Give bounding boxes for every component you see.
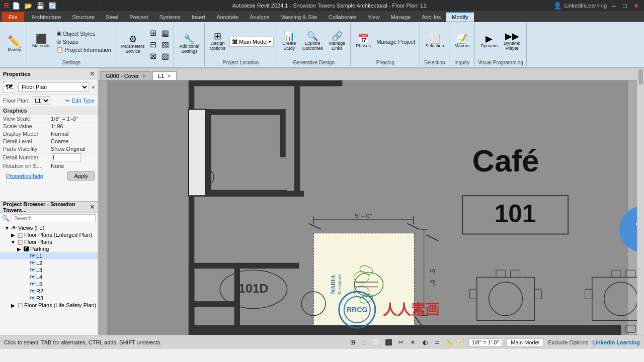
manage-project-btn[interactable]: Manage Project <box>375 38 417 45</box>
param-row1-btn[interactable]: ⊞ <box>148 28 158 38</box>
param2-row3-btn[interactable]: ▨ <box>160 51 171 61</box>
tab-architecture[interactable]: Architecture <box>26 12 67 22</box>
tab-addins[interactable]: Add-Ins <box>416 12 446 22</box>
pb-item-floor-plans[interactable]: ▼ 📋 Floor Plans <box>0 238 98 245</box>
pb-item-l3[interactable]: 🗺 L3 <box>0 266 98 274</box>
param-row2-btn[interactable]: ⊟ <box>148 39 158 50</box>
settings-btn[interactable]: ⚙ <box>96 1 106 11</box>
parameters-btn[interactable]: ⚙ ParametersService <box>119 34 147 55</box>
pb-item-views[interactable]: ▼ 👁 Views (Fe) <box>0 224 98 231</box>
open-btn[interactable]: 📂 <box>23 1 33 11</box>
canvas-tab-g000[interactable]: G000 - Cover ✕ <box>100 71 151 80</box>
floor-plan-select[interactable]: Floor Plan <box>18 82 89 92</box>
pb-item-r2[interactable]: 🗺 R2 <box>0 288 98 295</box>
modify-btn[interactable]: ✏️ Modify <box>6 35 24 54</box>
tab-precast[interactable]: Precast <box>124 12 153 22</box>
project-browser-close-btn[interactable]: ✕ <box>90 204 95 211</box>
pb-item-floor-plans-life[interactable]: ▶ 📋 Floor Plans (Life Safety Plan) <box>0 302 98 309</box>
maximize-btn[interactable]: □ <box>621 2 629 10</box>
project-info-btn[interactable]: 📋 Project Information <box>55 46 113 53</box>
param-row3-btn[interactable]: ⊠ <box>148 51 158 61</box>
new-btn[interactable]: 📄 <box>11 1 21 11</box>
right-scroll-thumb[interactable] <box>638 69 643 84</box>
main-model-btn[interactable]: 🏛 Main Model ▾ <box>229 37 274 47</box>
status-icon-8[interactable]: ⊃ <box>432 338 442 347</box>
explore-outcomes-btn[interactable]: 🔍 ExploreOutcomes <box>300 31 325 52</box>
properties-close-btn[interactable]: ✕ <box>90 70 95 77</box>
pb-item-r3[interactable]: 🗺 R3 <box>0 295 98 302</box>
status-icon-5[interactable]: ✂ <box>396 338 406 347</box>
tab-insert[interactable]: Insert <box>186 12 211 22</box>
tab-annotate[interactable]: Annotate <box>211 12 244 22</box>
materials-btn[interactable]: ⬛ Materials <box>30 33 53 50</box>
status-icon-3[interactable]: ⬜ <box>372 338 382 347</box>
tab-manage[interactable]: Manage <box>385 12 417 22</box>
dynamo-player-btn[interactable]: ▶▶ DynamoPlayer <box>502 31 523 52</box>
macros-btn[interactable]: 📝 Macros <box>452 33 471 50</box>
canvas-tab-l1-close[interactable]: ✕ <box>167 73 171 79</box>
tab-analyze[interactable]: Analyze <box>244 12 275 22</box>
detail-number-row: Detail Number <box>0 153 98 162</box>
redo-btn[interactable]: ↪ <box>71 1 82 11</box>
design-options-content: 📊 CreateStudy 🔍 ExploreOutcomes 🔗 Manage… <box>280 24 348 59</box>
params-extra2: ▦ ▧ ▨ <box>160 28 171 61</box>
save-btn[interactable]: 💾 <box>35 1 45 11</box>
svg-text:101: 101 <box>495 200 536 228</box>
manage-links-btn[interactable]: 🔗 ManageLinks <box>327 31 348 52</box>
snaps-btn[interactable]: ◎ Snaps <box>55 38 113 45</box>
design-options-btn[interactable]: ⊞ DesignOptions <box>208 31 227 52</box>
pb-item-l4[interactable]: 🗺 L4 <box>0 274 98 281</box>
status-icon-4[interactable]: ⬛ <box>384 338 394 347</box>
tab-file[interactable]: File <box>2 12 24 22</box>
tab-structure[interactable]: Structure <box>66 12 100 22</box>
close-btn[interactable]: ✕ <box>632 2 640 10</box>
status-icon-2[interactable]: □ <box>360 338 370 347</box>
undo-btn[interactable]: ↩ <box>59 1 69 11</box>
create-study-icon: 📊 <box>284 32 295 41</box>
status-icon-6[interactable]: ☀ <box>408 338 418 347</box>
tab-systems[interactable]: Systems <box>153 12 186 22</box>
param2-row2-btn[interactable]: ▧ <box>160 39 171 50</box>
sync-btn[interactable]: 🔄 <box>47 1 57 11</box>
floor-plan-level-select[interactable]: L1 <box>32 96 50 105</box>
ribbon-group-parameters: ⚙ ParametersService ⊞ ⊟ ⊠ ▦ ▧ ▨ <box>116 23 175 66</box>
pb-item-l2[interactable]: 🗺 L2 <box>0 259 98 266</box>
drawing-canvas[interactable]: 101D 5' - 0" <box>98 80 637 335</box>
status-scale[interactable]: 1/8" = 1'-0" <box>468 338 503 346</box>
search-input[interactable] <box>12 214 96 222</box>
param2-row1-btn[interactable]: ▦ <box>160 28 171 38</box>
right-scrollbar[interactable] <box>637 68 644 335</box>
tab-view[interactable]: View <box>362 12 385 22</box>
detail-level-row: Detail Level Coarse <box>0 138 98 145</box>
svg-text:?: ? <box>635 215 637 243</box>
print-btn[interactable]: 🖨 <box>84 1 94 11</box>
pb-item-floor-plans-enlarged[interactable]: ▶ 📋 Floor Plans (Enlarged Plan) <box>0 231 98 238</box>
pb-item-parking[interactable]: ▶ 🅿 Parking <box>0 245 98 252</box>
selection-btn[interactable]: ⬜ Selection <box>423 33 446 50</box>
svg-text:RRCG: RRCG <box>347 306 367 314</box>
dynamo-btn[interactable]: ▶ Dynamo <box>478 33 500 50</box>
watermark: RRCG 人人素画 <box>337 290 439 330</box>
pb-item-l5[interactable]: 🗺 L5 <box>0 281 98 288</box>
object-styles-btn[interactable]: ▣ Object Styles <box>55 30 113 37</box>
detail-number-input[interactable] <box>51 153 81 161</box>
properties-help-link[interactable]: Properties help <box>3 172 46 180</box>
tab-massing[interactable]: Massing & Site <box>275 12 323 22</box>
manage-links-icon: 🔗 <box>332 32 343 41</box>
additional-settings-btn[interactable]: 🔧 AdditionalSettings <box>177 34 201 55</box>
phases-btn[interactable]: 📅 Phases <box>354 33 373 50</box>
status-icon-7[interactable]: ◐ <box>420 338 430 347</box>
tab-collaborate[interactable]: Collaborate <box>323 12 362 22</box>
status-icon-1[interactable]: ⊞ <box>348 338 358 347</box>
canvas-tab-l1[interactable]: L1 ✕ <box>152 71 177 80</box>
floor-plan-label: Floor Plan: <box>3 98 30 104</box>
tab-steel[interactable]: Steel <box>100 12 124 22</box>
canvas-tab-g000-close[interactable]: ✕ <box>142 73 146 79</box>
edit-type-link[interactable]: ✏ Edit Type <box>65 98 95 104</box>
apply-btn[interactable]: Apply <box>67 171 95 180</box>
pb-item-l1[interactable]: 🗺 L1 <box>0 252 98 259</box>
minimize-btn[interactable]: ─ <box>610 2 618 10</box>
create-study-btn[interactable]: 📊 CreateStudy <box>280 31 298 52</box>
tab-modify[interactable]: Modify <box>446 12 473 22</box>
drawing-container: 101D 5' - 0" <box>98 80 637 335</box>
